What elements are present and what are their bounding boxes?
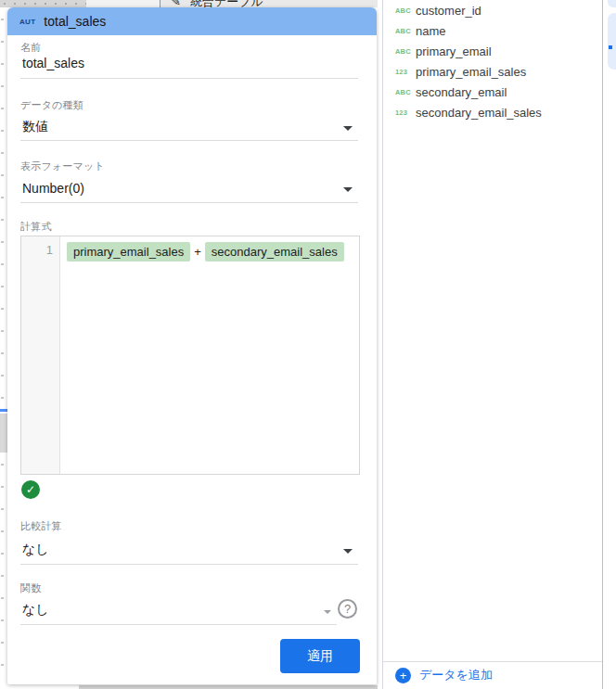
data-type-label: データの種類 <box>20 98 83 112</box>
background-toolbar-strip: ✎ 統合テーブル <box>0 0 378 7</box>
field-type-text-icon: ABC <box>395 47 411 56</box>
background-bottom-strip <box>79 685 378 689</box>
formula-code[interactable]: primary_email_sales + secondary_email_sa… <box>67 242 354 262</box>
blend-table-title: 統合テーブル <box>190 0 263 7</box>
toolbar-fragment <box>86 0 160 7</box>
field-name: customer_id <box>416 4 481 18</box>
field-name: primary_email_sales <box>416 65 526 79</box>
looker-studio-blend-field-editor: ✎ 統合テーブル AUT total_sales 名前 total_sales … <box>0 0 616 689</box>
field-row-customer-id[interactable]: ABC customer_id <box>383 0 602 20</box>
question-glyph: ? <box>344 602 351 616</box>
format-select[interactable]: Number(0) <box>22 181 84 196</box>
field-row-name[interactable]: ABC name <box>383 20 602 41</box>
comparison-label: 比較計算 <box>20 519 62 533</box>
selection-fragment <box>0 409 7 412</box>
clipped-button-top <box>608 0 616 7</box>
check-glyph: ✓ <box>26 483 35 496</box>
field-name: secondary_email <box>416 85 507 99</box>
field-type-aut-icon: AUT <box>19 18 35 26</box>
field-type-text-icon: ABC <box>395 27 411 35</box>
add-data-button[interactable]: + データを追加 <box>383 662 602 688</box>
chevron-down-icon[interactable] <box>343 126 353 131</box>
field-chip[interactable]: secondary_email_sales <box>205 242 344 262</box>
field-row-secondary-email[interactable]: ABC secondary_email <box>383 82 602 102</box>
operator-token: + <box>194 245 201 259</box>
field-name: primary_email <box>416 45 492 58</box>
field-row-primary-email[interactable]: ABC primary_email <box>383 41 602 61</box>
help-icon[interactable]: ? <box>338 599 357 619</box>
data-type-underline <box>20 140 358 141</box>
field-title: total_sales <box>44 14 106 29</box>
canvas-dot-grid <box>0 17 5 680</box>
apply-button[interactable]: 適用 <box>280 639 360 673</box>
formula-editor[interactable]: 1 primary_email_sales + secondary_email_… <box>20 236 360 475</box>
function-label: 関数 <box>20 581 41 595</box>
plus-glyph: + <box>400 670 407 682</box>
field-type-number-icon: 123 <box>395 68 411 76</box>
pencil-icon[interactable]: ✎ <box>171 0 181 7</box>
comparison-underline <box>20 564 358 565</box>
name-underline <box>20 78 358 79</box>
background-left-strip <box>0 7 7 685</box>
field-type-text-icon: ABC <box>395 6 411 15</box>
chevron-down-icon[interactable] <box>324 610 331 614</box>
formula-label: 計算式 <box>20 220 52 234</box>
background-fragment <box>0 414 7 453</box>
plus-icon: + <box>395 668 411 683</box>
calculated-field-dialog: AUT total_sales 名前 total_sales データの種類 数値… <box>7 7 377 684</box>
field-row-secondary-email-sales[interactable]: 123 secondary_email_sales <box>383 102 602 122</box>
function-underline <box>20 624 337 625</box>
field-type-number-icon: 123 <box>395 108 411 117</box>
comparison-select[interactable]: なし <box>22 542 49 558</box>
selected-field-header[interactable]: AUT total_sales <box>7 7 377 35</box>
format-underline <box>20 202 358 203</box>
field-name: secondary_email_sales <box>416 106 542 120</box>
add-data-label: データを追加 <box>419 667 493 683</box>
canvas-dot-grid <box>0 0 86 7</box>
clipped-right-panel <box>604 0 616 689</box>
clipped-button[interactable] <box>608 13 616 70</box>
function-select[interactable]: なし <box>22 602 49 619</box>
name-label: 名前 <box>20 41 41 55</box>
chevron-down-icon[interactable] <box>343 549 353 554</box>
format-label: 表示フォーマット <box>20 159 105 173</box>
data-type-select[interactable]: 数値 <box>22 119 48 135</box>
field-list-panel: ABC customer_id ABC name ABC primary_ema… <box>382 0 603 689</box>
toolbar-divider <box>160 0 160 7</box>
field-chip[interactable]: primary_email_sales <box>67 242 190 262</box>
line-number: 1 <box>21 243 53 257</box>
formula-valid-check-icon: ✓ <box>21 480 40 499</box>
field-type-text-icon: ABC <box>395 88 411 96</box>
chevron-down-icon[interactable] <box>343 187 353 192</box>
field-row-primary-email-sales[interactable]: 123 primary_email_sales <box>383 61 602 82</box>
field-name: name <box>416 24 446 38</box>
name-input[interactable]: total_sales <box>22 56 84 70</box>
clipped-blue-icon <box>609 45 612 49</box>
editor-gutter: 1 <box>21 236 60 474</box>
